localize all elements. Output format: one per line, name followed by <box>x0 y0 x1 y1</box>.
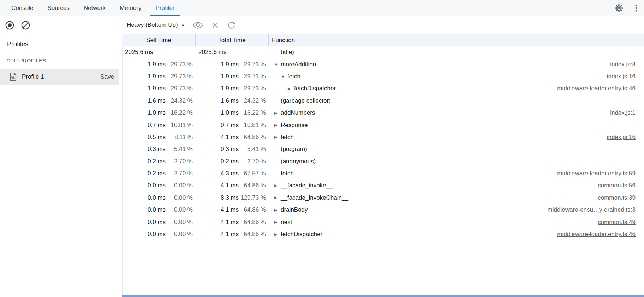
expand-arrow-icon[interactable]: ▶ <box>274 111 281 115</box>
tab-network[interactable]: Network <box>80 0 109 16</box>
tab-memory[interactable]: Memory <box>116 0 145 16</box>
total-time-cell-ms: 4.3 ms <box>221 170 239 177</box>
source-location-link[interactable]: index.js:8 <box>610 61 636 68</box>
source-location-link[interactable]: index.js:1 <box>610 109 636 116</box>
total-time-cell: 4.1 ms64.86 % <box>196 219 269 226</box>
source-location-link[interactable]: index.js:16 <box>607 134 636 141</box>
source-location-link[interactable]: index.js:16 <box>607 73 636 80</box>
expand-arrow-icon[interactable]: ▶ <box>274 232 281 237</box>
total-time-cell-ms: 1.9 ms <box>221 85 239 92</box>
self-time-cell: 0.2 ms2.70 % <box>122 158 196 165</box>
self-time-cell: 0.0 ms0.00 % <box>122 182 196 189</box>
profile-data-grid: Self Time Total Time Function 2025.6 ms2… <box>122 34 644 297</box>
record-button[interactable] <box>5 20 14 30</box>
self-time-cell-ms: 0.0 ms <box>148 219 166 226</box>
function-cell: ▼moreAdditionindex.js:8 <box>269 61 644 68</box>
profiles-toolbar <box>0 16 119 34</box>
total-time-cell-percent: 5.41 % <box>239 146 266 153</box>
table-row[interactable]: 0.0 ms0.00 %8.3 ms129.73 %▶__facade_invo… <box>122 192 644 204</box>
source-location-link[interactable]: middleware-loader.entry.ts:46 <box>557 85 636 92</box>
self-time-cell-ms: 0.2 ms <box>148 170 166 177</box>
total-time-cell: 1.9 ms29.73 % <box>196 61 269 68</box>
total-time-cell-ms: 4.1 ms <box>221 182 239 189</box>
tab-sources[interactable]: Sources <box>44 0 73 16</box>
self-time-cell-percent: 0.00 % <box>166 219 193 226</box>
total-time-cell-percent: 64.86 % <box>239 182 266 189</box>
refresh-icon[interactable] <box>227 21 236 30</box>
source-location-link[interactable]: middleware-ensu…y-drained.ts:3 <box>548 206 636 213</box>
table-row[interactable]: 0.2 ms2.70 %0.2 ms2.70 %(anonymous) <box>122 156 644 168</box>
table-row[interactable]: 0.7 ms10.81 %0.7 ms10.81 %▶Response <box>122 119 644 131</box>
table-row[interactable]: 0.3 ms5.41 %0.3 ms5.41 %(program) <box>122 143 644 155</box>
source-location-link[interactable]: common.ts:56 <box>598 182 636 189</box>
function-name: fetch <box>287 73 300 80</box>
self-time-cell: 1.9 ms29.73 % <box>122 61 196 68</box>
expand-arrow-icon[interactable]: ▶ <box>274 183 281 188</box>
selected-row-partial[interactable] <box>122 295 644 297</box>
total-time-cell-ms: 4.1 ms <box>221 219 239 226</box>
save-profile-link[interactable]: Save <box>100 73 114 80</box>
table-row[interactable]: 0.0 ms0.00 %4.1 ms64.86 %▶nextcommon.ts:… <box>122 216 644 228</box>
total-time-cell: 8.3 ms129.73 % <box>196 194 269 201</box>
total-time-cell-ms: 0.2 ms <box>221 158 239 165</box>
table-row[interactable]: 0.0 ms0.00 %4.1 ms64.86 %▶__facade_invok… <box>122 180 644 192</box>
function-cell: fetchmiddleware-loader.entry.ts:59 <box>269 170 644 177</box>
tab-console[interactable]: Console <box>8 0 37 16</box>
self-time-cell: 0.3 ms5.41 % <box>122 146 196 153</box>
total-time-cell-ms: 4.1 ms <box>221 134 239 141</box>
focus-eye-icon[interactable] <box>192 21 203 29</box>
function-cell: ▶fetchindex.js:16 <box>269 134 644 141</box>
table-row[interactable]: 0.5 ms8.11 %4.1 ms64.86 %▶fetchindex.js:… <box>122 131 644 143</box>
total-time-cell-ms: 0.7 ms <box>221 122 239 129</box>
self-time-cell-percent: 8.11 % <box>166 134 193 141</box>
column-header-total-time[interactable]: Total Time <box>196 34 269 46</box>
source-location-link[interactable]: middleware-loader.entry.ts:59 <box>557 170 636 177</box>
total-time-cell-ms: 1.9 ms <box>221 73 239 80</box>
column-header-function[interactable]: Function <box>269 34 644 46</box>
table-row[interactable]: 1.0 ms16.22 %1.0 ms16.22 %▶addNumbersind… <box>122 107 644 119</box>
table-row[interactable]: 0.0 ms0.00 %4.1 ms64.86 %▶fetchDispatche… <box>122 228 644 240</box>
profiles-sidebar: Profiles CPU PROFILES % Profile 1 Save <box>0 34 119 297</box>
topbar-actions <box>606 0 640 16</box>
function-name: (program) <box>281 146 307 153</box>
expand-arrow-icon[interactable]: ▶ <box>274 208 281 212</box>
function-name: fetchDispatcher <box>281 231 322 238</box>
expand-arrow-icon[interactable]: ▶ <box>274 123 281 127</box>
table-row[interactable]: 1.9 ms29.73 %1.9 ms29.73 %▶fetchDispatch… <box>122 83 644 95</box>
self-time-cell: 0.7 ms10.81 % <box>122 122 196 129</box>
settings-gear-icon[interactable] <box>614 4 624 13</box>
expand-arrow-icon[interactable]: ▶ <box>274 220 281 224</box>
grid-left-border <box>122 46 123 297</box>
table-row[interactable]: 2025.6 ms2025.6 ms(idle) <box>122 46 644 58</box>
function-cell: ▶Response <box>269 122 644 129</box>
sidebar-item-profile-1[interactable]: % Profile 1 Save <box>0 69 119 85</box>
column-header-self-time[interactable]: Self Time <box>122 34 196 46</box>
source-location-link[interactable]: middleware-loader.entry.ts:46 <box>557 231 636 238</box>
table-row[interactable]: 1.9 ms29.73 %1.9 ms29.73 %▼fetchindex.js… <box>122 71 644 83</box>
collapse-arrow-icon[interactable]: ▼ <box>274 62 281 67</box>
profile-document-icon: % <box>9 72 17 81</box>
kebab-menu-icon[interactable] <box>632 4 640 12</box>
total-time-cell-percent: 2.70 % <box>239 158 266 165</box>
view-mode-dropdown[interactable]: Heavy (Bottom Up) ▼ <box>127 22 185 29</box>
table-row[interactable]: 1.9 ms29.73 %1.9 ms29.73 %▼moreAdditioni… <box>122 58 644 70</box>
function-cell: (anonymous) <box>269 158 644 165</box>
self-time-cell: 0.0 ms0.00 % <box>122 206 196 213</box>
clear-profiles-button[interactable] <box>21 20 30 30</box>
expand-arrow-icon[interactable]: ▶ <box>274 135 281 139</box>
total-time-cell: 4.1 ms64.86 % <box>196 231 269 238</box>
table-row[interactable]: 1.6 ms24.32 %1.6 ms24.32 %(garbage colle… <box>122 95 644 107</box>
grid-column-border-2 <box>269 46 269 297</box>
self-time-cell-percent: 16.22 % <box>166 109 193 116</box>
close-icon[interactable] <box>211 21 219 29</box>
table-row[interactable]: 0.2 ms2.70 %4.3 ms67.57 %fetchmiddleware… <box>122 168 644 180</box>
expand-arrow-icon[interactable]: ▶ <box>288 86 294 91</box>
tab-profiler[interactable]: Profiler <box>152 0 178 16</box>
self-time-cell-ms: 0.0 ms <box>148 182 166 189</box>
table-row[interactable]: 0.0 ms0.00 %4.1 ms64.86 %▶drainBodymiddl… <box>122 204 644 216</box>
collapse-arrow-icon[interactable]: ▼ <box>281 74 287 79</box>
source-location-link[interactable]: common.ts:49 <box>598 219 636 226</box>
expand-arrow-icon[interactable]: ▶ <box>274 195 281 200</box>
source-location-link[interactable]: common.ts:39 <box>598 194 636 201</box>
function-cell: ▶__facade_invoke__common.ts:56 <box>269 182 644 189</box>
